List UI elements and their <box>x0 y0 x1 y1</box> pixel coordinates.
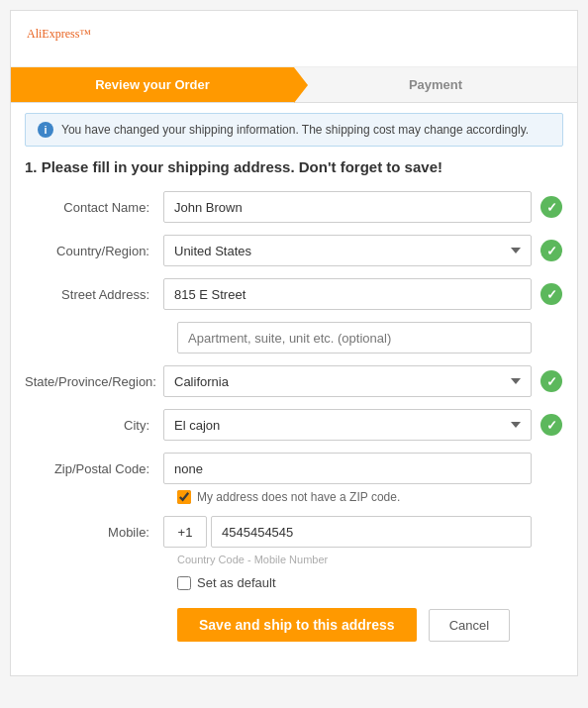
check-circle-country: ✓ <box>540 240 562 261</box>
apartment-input[interactable] <box>177 322 532 354</box>
zip-label: Zip/Postal Code: <box>25 461 163 476</box>
info-icon: i <box>38 122 53 138</box>
mobile-label: Mobile: <box>25 525 163 540</box>
step-payment[interactable]: Payment <box>294 67 577 102</box>
logo-tm: ™ <box>79 27 91 41</box>
contact-name-check: ✓ <box>539 195 563 219</box>
apartment-row: ✓ <box>25 322 563 354</box>
mobile-hint-text: Country Code - Mobile Number <box>177 554 328 565</box>
zip-no-code-row: My address does not have a ZIP code. <box>25 490 563 504</box>
country-row: Country/Region: United States ✓ <box>25 235 563 266</box>
contact-name-label: Contact Name: <box>25 200 163 215</box>
street-row: Street Address: ✓ <box>25 278 563 310</box>
city-select[interactable]: El cajon <box>163 409 532 441</box>
city-row: City: El cajon ✓ <box>25 409 563 441</box>
state-label: State/Province/Region: <box>25 374 163 389</box>
zip-row: Zip/Postal Code: ✓ <box>25 453 563 484</box>
cancel-button[interactable]: Cancel <box>429 609 510 642</box>
mobile-row: Mobile: ✓ <box>25 516 563 548</box>
zip-no-code-label: My address does not have a ZIP code. <box>197 490 400 504</box>
contact-name-input[interactable] <box>163 191 532 223</box>
country-check: ✓ <box>539 239 563 262</box>
city-check: ✓ <box>539 413 563 437</box>
street-label: Street Address: <box>25 287 163 302</box>
step-payment-label: Payment <box>409 77 462 92</box>
mobile-number-input[interactable] <box>211 516 532 548</box>
contact-name-row: Contact Name: ✓ <box>25 191 563 223</box>
country-select[interactable]: United States <box>163 235 532 266</box>
logo-text: AliExpress <box>27 27 79 41</box>
check-circle-state: ✓ <box>540 370 562 392</box>
street-input[interactable] <box>163 278 532 310</box>
country-code-input[interactable] <box>163 516 207 548</box>
info-message: You have changed your shipping informati… <box>61 123 529 137</box>
country-label: Country/Region: <box>25 244 163 258</box>
street-check: ✓ <box>539 282 563 306</box>
default-checkbox[interactable] <box>177 576 191 590</box>
check-circle-city: ✓ <box>540 414 562 436</box>
default-label: Set as default <box>197 575 276 590</box>
mobile-hint-row: Country Code - Mobile Number <box>25 554 563 565</box>
check-circle-street: ✓ <box>540 283 562 305</box>
save-button[interactable]: Save and ship to this address <box>177 608 417 642</box>
state-row: State/Province/Region: California ✓ <box>25 365 563 397</box>
step-review[interactable]: Review your Order <box>11 67 294 102</box>
button-row: Save and ship to this address Cancel <box>25 608 563 661</box>
info-banner: i You have changed your shipping informa… <box>25 113 563 147</box>
state-select[interactable]: California <box>163 365 532 397</box>
zip-input[interactable] <box>163 453 532 484</box>
progress-bar: Review your Order Payment <box>11 67 577 103</box>
section-title: 1. Please fill in your shipping address.… <box>25 158 563 175</box>
page-container: AliExpress™ Review your Order Payment i … <box>10 10 578 676</box>
header: AliExpress™ <box>11 11 577 67</box>
mobile-inputs <box>163 516 532 548</box>
check-circle-contact: ✓ <box>540 196 562 218</box>
default-row: Set as default <box>25 575 563 590</box>
zip-no-code-checkbox[interactable] <box>177 490 191 504</box>
city-label: City: <box>25 418 163 433</box>
state-check: ✓ <box>539 369 563 393</box>
logo: AliExpress™ <box>27 23 561 54</box>
form-area: Contact Name: ✓ Country/Region: United S… <box>11 191 577 675</box>
step-review-label: Review your Order <box>95 77 210 92</box>
